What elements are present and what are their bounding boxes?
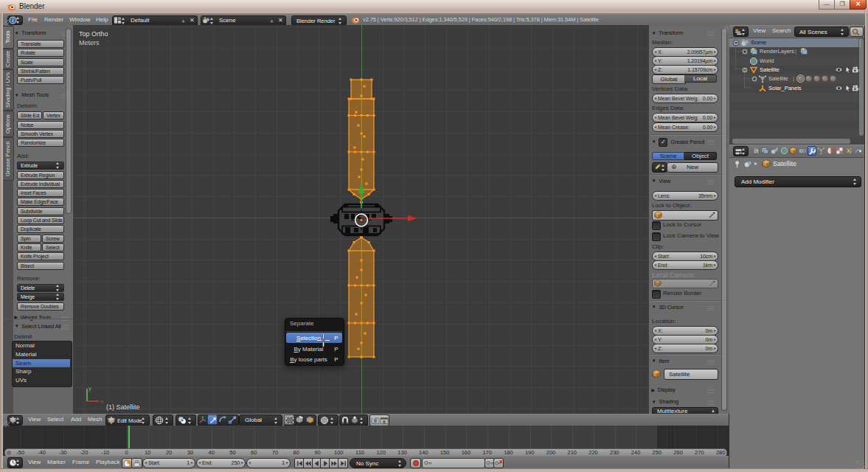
snap-element-dropdown[interactable] <box>350 414 368 426</box>
delete-keyframe-button[interactable] <box>493 458 504 468</box>
properties-tab-texture[interactable] <box>835 146 844 156</box>
proportional-edit-dropdown[interactable] <box>318 414 338 426</box>
ts-btn-spin[interactable]: Spin <box>17 235 41 243</box>
ts-extrude-dropdown[interactable]: Extrude <box>17 162 64 170</box>
ts-delete-dropdown[interactable]: Delete <box>17 284 64 292</box>
delimit-option-material[interactable]: Material <box>13 350 70 359</box>
tool-shelf-tab-create[interactable]: Create <box>3 49 14 69</box>
panel-mesh-tools-header[interactable]: ▼Mesh Tools <box>14 91 72 99</box>
layout-delete-button[interactable]: ✕ <box>187 15 198 26</box>
eye-icon[interactable] <box>835 84 843 92</box>
outliner-row-solar-panels[interactable]: Solar_Panels <box>768 84 820 93</box>
menu-item-by-material[interactable]: By MaterialP <box>286 344 342 354</box>
properties-tab-modifiers[interactable] <box>808 146 817 156</box>
tool-shelf-tab-tools[interactable]: Tools <box>3 26 14 49</box>
info-menu-file[interactable]: File <box>28 14 43 25</box>
panel-view-header[interactable]: ▼View <box>651 178 718 185</box>
eyedropper-icon[interactable] <box>708 211 716 219</box>
panel-display-header[interactable]: ▶Display <box>651 386 718 394</box>
outliner-editor-type-button[interactable] <box>733 27 749 37</box>
timeline-menu-playback[interactable]: Playback <box>96 456 118 468</box>
outliner-hscrollbar[interactable] <box>732 138 851 145</box>
ts-btn-bisect[interactable]: Bisect <box>17 262 64 270</box>
playback-jump-to-end-button[interactable] <box>338 458 348 468</box>
ts-btn-rotate[interactable]: Rotate <box>17 49 64 57</box>
edge-select-toggle[interactable] <box>294 414 305 425</box>
properties-tab-constraints[interactable] <box>798 146 808 156</box>
lock-to-object-field[interactable] <box>652 210 718 221</box>
manipulator-rotate-toggle[interactable] <box>218 414 227 425</box>
ts-btn-extrude-individual[interactable]: Extrude Individual <box>17 180 64 188</box>
outliner-filter-dropdown[interactable]: All Scenes <box>794 27 849 37</box>
panel-shading-header[interactable]: ▼Shading <box>651 398 718 406</box>
layout-name-field[interactable]: Default <box>127 15 179 26</box>
manipulator-scale-toggle[interactable] <box>227 414 237 425</box>
properties-tab-render-layers[interactable] <box>761 146 771 156</box>
tool-shelf-tab-grease-pencil[interactable]: Grease Pencil <box>3 137 14 181</box>
current-frame-line[interactable] <box>128 426 130 448</box>
properties-tab-world[interactable] <box>780 146 789 156</box>
panel-3d-cursor-header[interactable]: ▼3D Cursor <box>651 304 718 311</box>
panel-select-linked-all-header[interactable]: ▼Select Linked All <box>14 323 72 330</box>
orientation-dropdown[interactable]: Global <box>239 414 282 426</box>
ts-btn-extrude-region[interactable]: Extrude Region <box>17 171 64 179</box>
n-panel-scrollbar[interactable] <box>721 28 727 411</box>
info-menu-help[interactable]: Help <box>96 14 112 25</box>
add-modifier-dropdown[interactable]: Add Modifier <box>735 176 861 187</box>
ts-btn-loop-cut-and-slide[interactable]: Loop Cut and Slide <box>17 216 64 224</box>
frame-start-field[interactable]: ◂▸Start:1 <box>142 458 195 468</box>
delimit-option-normal[interactable]: Normal <box>13 341 70 350</box>
selectable-arrow-icon[interactable] <box>844 66 852 74</box>
vertex-select-toggle[interactable] <box>284 414 294 425</box>
selectable-arrow-icon[interactable] <box>844 84 852 92</box>
properties-tab-data[interactable] <box>816 146 826 156</box>
timeline-editor-type-button[interactable] <box>7 457 23 468</box>
ts-btn-duplicate[interactable]: Duplicate <box>17 225 64 233</box>
delimit-option-sharp[interactable]: Sharp <box>13 367 70 376</box>
face-select-toggle[interactable] <box>305 414 315 425</box>
global-toggle[interactable]: Global <box>652 74 686 84</box>
gp-object-toggle[interactable]: Object <box>684 152 717 160</box>
view3d-menu-add[interactable]: Add <box>71 414 84 426</box>
ts-btn-inset-faces[interactable]: Inset Faces <box>17 189 64 197</box>
view3d-editor-type-button[interactable] <box>7 415 23 426</box>
properties-editor-type-button[interactable] <box>733 146 749 156</box>
frame-end-field[interactable]: ◂▸End:250 <box>196 458 246 468</box>
menu-item-selection[interactable]: SelectionP <box>286 333 342 343</box>
properties-tab-particles[interactable] <box>844 146 854 156</box>
gp-new-button[interactable]: ⊕New <box>667 162 718 173</box>
delimit-option-uvs[interactable]: UVs <box>13 376 70 385</box>
ts-btn-translate[interactable]: Translate <box>17 40 64 48</box>
outliner-vscrollbar[interactable] <box>858 38 864 136</box>
panel-transform-header[interactable]: ▼Transform <box>14 30 72 37</box>
material-slot-icon[interactable] <box>813 74 821 83</box>
manipulator-axes-toggle[interactable] <box>198 414 207 425</box>
local-camera-field[interactable] <box>652 279 718 288</box>
material-slot-icon[interactable] <box>821 74 829 83</box>
scene-name-field[interactable]: Scene <box>215 15 268 26</box>
mean-crease-field[interactable]: ◂▸Mean Crease:0.00 <box>652 122 718 132</box>
breadcrumb-pin-icon[interactable] <box>734 160 742 168</box>
layout-selector-icon-button[interactable] <box>112 15 128 26</box>
delimit-option-seam[interactable]: Seam <box>13 359 70 368</box>
ts-btn-scale[interactable]: Scale <box>17 58 64 66</box>
keying-set-field[interactable] <box>422 458 485 468</box>
solar-panel-top[interactable] <box>349 80 374 199</box>
info-menu-window[interactable]: Window <box>69 14 96 25</box>
scene-delete-button[interactable]: ✕ <box>276 15 286 26</box>
collapse-icon[interactable] <box>741 66 749 74</box>
ts-btn-slide-ed[interactable]: Slide Ed <box>17 111 42 119</box>
ts-btn-shrink-fatten[interactable]: Shrink/Fatten <box>17 67 64 75</box>
tool-shelf-scrollbar[interactable] <box>66 28 72 214</box>
view3d-menu-mesh[interactable]: Mesh <box>88 414 107 426</box>
median-z-field[interactable]: ◂▸Z:1.15709cm <box>652 65 718 74</box>
current-frame-field[interactable]: ◂▸1 <box>246 458 291 468</box>
material-slot-icon[interactable] <box>805 74 813 83</box>
ts-btn-remove-doubles[interactable]: Remove Doubles <box>17 302 64 310</box>
expander-icon[interactable] <box>741 48 749 55</box>
mean-bevel-field[interactable]: ◂▸Mean Bevel Weig:0.00 <box>652 94 718 103</box>
ts-btn-make-edge-face[interactable]: Make Edge/Face <box>17 198 64 206</box>
viewport-shading-dropdown[interactable] <box>153 414 173 426</box>
properties-tab-object[interactable] <box>788 146 798 156</box>
item-name-field[interactable]: Satellite <box>664 369 718 380</box>
